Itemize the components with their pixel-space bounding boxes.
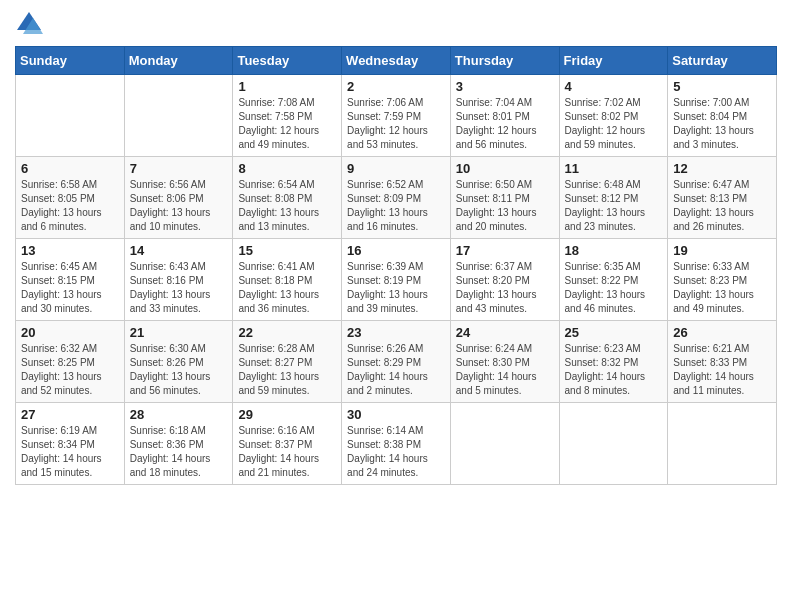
day-number: 17 [456, 243, 554, 258]
day-number: 15 [238, 243, 336, 258]
day-number: 28 [130, 407, 228, 422]
calendar-cell: 29Sunrise: 6:16 AM Sunset: 8:37 PM Dayli… [233, 403, 342, 485]
calendar-cell: 5Sunrise: 7:00 AM Sunset: 8:04 PM Daylig… [668, 75, 777, 157]
calendar-week-row: 27Sunrise: 6:19 AM Sunset: 8:34 PM Dayli… [16, 403, 777, 485]
day-number: 24 [456, 325, 554, 340]
day-info: Sunrise: 6:47 AM Sunset: 8:13 PM Dayligh… [673, 178, 771, 234]
day-info: Sunrise: 6:35 AM Sunset: 8:22 PM Dayligh… [565, 260, 663, 316]
weekday-header: Friday [559, 47, 668, 75]
day-number: 12 [673, 161, 771, 176]
weekday-header-row: SundayMondayTuesdayWednesdayThursdayFrid… [16, 47, 777, 75]
day-info: Sunrise: 6:52 AM Sunset: 8:09 PM Dayligh… [347, 178, 445, 234]
day-number: 11 [565, 161, 663, 176]
day-info: Sunrise: 6:26 AM Sunset: 8:29 PM Dayligh… [347, 342, 445, 398]
calendar-cell: 23Sunrise: 6:26 AM Sunset: 8:29 PM Dayli… [342, 321, 451, 403]
day-number: 9 [347, 161, 445, 176]
day-info: Sunrise: 7:04 AM Sunset: 8:01 PM Dayligh… [456, 96, 554, 152]
day-number: 29 [238, 407, 336, 422]
calendar-cell: 9Sunrise: 6:52 AM Sunset: 8:09 PM Daylig… [342, 157, 451, 239]
weekday-header: Saturday [668, 47, 777, 75]
calendar-cell: 24Sunrise: 6:24 AM Sunset: 8:30 PM Dayli… [450, 321, 559, 403]
weekday-header: Sunday [16, 47, 125, 75]
calendar-cell: 28Sunrise: 6:18 AM Sunset: 8:36 PM Dayli… [124, 403, 233, 485]
logo-icon [15, 10, 43, 38]
day-info: Sunrise: 6:45 AM Sunset: 8:15 PM Dayligh… [21, 260, 119, 316]
calendar-cell: 7Sunrise: 6:56 AM Sunset: 8:06 PM Daylig… [124, 157, 233, 239]
day-info: Sunrise: 6:23 AM Sunset: 8:32 PM Dayligh… [565, 342, 663, 398]
calendar-cell: 10Sunrise: 6:50 AM Sunset: 8:11 PM Dayli… [450, 157, 559, 239]
weekday-header: Monday [124, 47, 233, 75]
calendar-cell: 3Sunrise: 7:04 AM Sunset: 8:01 PM Daylig… [450, 75, 559, 157]
day-info: Sunrise: 6:39 AM Sunset: 8:19 PM Dayligh… [347, 260, 445, 316]
day-info: Sunrise: 7:02 AM Sunset: 8:02 PM Dayligh… [565, 96, 663, 152]
day-info: Sunrise: 6:37 AM Sunset: 8:20 PM Dayligh… [456, 260, 554, 316]
calendar-cell: 18Sunrise: 6:35 AM Sunset: 8:22 PM Dayli… [559, 239, 668, 321]
day-info: Sunrise: 6:30 AM Sunset: 8:26 PM Dayligh… [130, 342, 228, 398]
day-info: Sunrise: 6:43 AM Sunset: 8:16 PM Dayligh… [130, 260, 228, 316]
day-info: Sunrise: 6:50 AM Sunset: 8:11 PM Dayligh… [456, 178, 554, 234]
day-number: 20 [21, 325, 119, 340]
calendar-cell [450, 403, 559, 485]
calendar-cell: 8Sunrise: 6:54 AM Sunset: 8:08 PM Daylig… [233, 157, 342, 239]
day-number: 16 [347, 243, 445, 258]
day-info: Sunrise: 6:33 AM Sunset: 8:23 PM Dayligh… [673, 260, 771, 316]
calendar-cell: 15Sunrise: 6:41 AM Sunset: 8:18 PM Dayli… [233, 239, 342, 321]
calendar-cell: 20Sunrise: 6:32 AM Sunset: 8:25 PM Dayli… [16, 321, 125, 403]
day-number: 4 [565, 79, 663, 94]
calendar-week-row: 1Sunrise: 7:08 AM Sunset: 7:58 PM Daylig… [16, 75, 777, 157]
calendar-cell: 26Sunrise: 6:21 AM Sunset: 8:33 PM Dayli… [668, 321, 777, 403]
calendar-cell: 14Sunrise: 6:43 AM Sunset: 8:16 PM Dayli… [124, 239, 233, 321]
day-number: 5 [673, 79, 771, 94]
weekday-header: Thursday [450, 47, 559, 75]
day-number: 22 [238, 325, 336, 340]
day-number: 8 [238, 161, 336, 176]
calendar-week-row: 13Sunrise: 6:45 AM Sunset: 8:15 PM Dayli… [16, 239, 777, 321]
calendar-week-row: 20Sunrise: 6:32 AM Sunset: 8:25 PM Dayli… [16, 321, 777, 403]
calendar-cell [16, 75, 125, 157]
day-info: Sunrise: 6:48 AM Sunset: 8:12 PM Dayligh… [565, 178, 663, 234]
day-info: Sunrise: 6:58 AM Sunset: 8:05 PM Dayligh… [21, 178, 119, 234]
day-number: 1 [238, 79, 336, 94]
day-info: Sunrise: 7:08 AM Sunset: 7:58 PM Dayligh… [238, 96, 336, 152]
calendar-cell: 21Sunrise: 6:30 AM Sunset: 8:26 PM Dayli… [124, 321, 233, 403]
page: SundayMondayTuesdayWednesdayThursdayFrid… [0, 0, 792, 612]
calendar-cell: 22Sunrise: 6:28 AM Sunset: 8:27 PM Dayli… [233, 321, 342, 403]
day-number: 13 [21, 243, 119, 258]
calendar-cell [668, 403, 777, 485]
weekday-header: Tuesday [233, 47, 342, 75]
day-info: Sunrise: 6:24 AM Sunset: 8:30 PM Dayligh… [456, 342, 554, 398]
day-info: Sunrise: 6:28 AM Sunset: 8:27 PM Dayligh… [238, 342, 336, 398]
day-number: 27 [21, 407, 119, 422]
header [15, 10, 777, 38]
day-number: 21 [130, 325, 228, 340]
calendar-cell: 6Sunrise: 6:58 AM Sunset: 8:05 PM Daylig… [16, 157, 125, 239]
day-info: Sunrise: 6:16 AM Sunset: 8:37 PM Dayligh… [238, 424, 336, 480]
day-number: 30 [347, 407, 445, 422]
day-info: Sunrise: 6:14 AM Sunset: 8:38 PM Dayligh… [347, 424, 445, 480]
calendar-cell: 11Sunrise: 6:48 AM Sunset: 8:12 PM Dayli… [559, 157, 668, 239]
day-number: 10 [456, 161, 554, 176]
day-number: 6 [21, 161, 119, 176]
calendar-week-row: 6Sunrise: 6:58 AM Sunset: 8:05 PM Daylig… [16, 157, 777, 239]
calendar-cell: 16Sunrise: 6:39 AM Sunset: 8:19 PM Dayli… [342, 239, 451, 321]
calendar-cell: 13Sunrise: 6:45 AM Sunset: 8:15 PM Dayli… [16, 239, 125, 321]
day-info: Sunrise: 7:00 AM Sunset: 8:04 PM Dayligh… [673, 96, 771, 152]
day-info: Sunrise: 7:06 AM Sunset: 7:59 PM Dayligh… [347, 96, 445, 152]
calendar-cell: 17Sunrise: 6:37 AM Sunset: 8:20 PM Dayli… [450, 239, 559, 321]
day-info: Sunrise: 6:54 AM Sunset: 8:08 PM Dayligh… [238, 178, 336, 234]
calendar-cell: 1Sunrise: 7:08 AM Sunset: 7:58 PM Daylig… [233, 75, 342, 157]
calendar-cell [124, 75, 233, 157]
calendar-cell: 2Sunrise: 7:06 AM Sunset: 7:59 PM Daylig… [342, 75, 451, 157]
day-number: 25 [565, 325, 663, 340]
day-number: 23 [347, 325, 445, 340]
calendar-cell: 27Sunrise: 6:19 AM Sunset: 8:34 PM Dayli… [16, 403, 125, 485]
calendar-cell: 25Sunrise: 6:23 AM Sunset: 8:32 PM Dayli… [559, 321, 668, 403]
day-info: Sunrise: 6:19 AM Sunset: 8:34 PM Dayligh… [21, 424, 119, 480]
logo [15, 10, 47, 38]
day-number: 19 [673, 243, 771, 258]
day-number: 7 [130, 161, 228, 176]
day-info: Sunrise: 6:18 AM Sunset: 8:36 PM Dayligh… [130, 424, 228, 480]
calendar-cell: 12Sunrise: 6:47 AM Sunset: 8:13 PM Dayli… [668, 157, 777, 239]
day-info: Sunrise: 6:41 AM Sunset: 8:18 PM Dayligh… [238, 260, 336, 316]
calendar-cell [559, 403, 668, 485]
